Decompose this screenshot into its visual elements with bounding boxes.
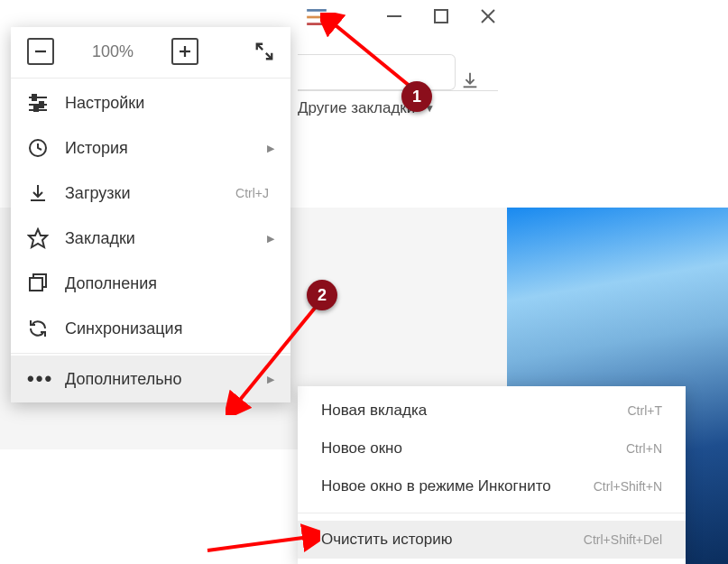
layers-icon [27,273,49,294]
svg-rect-15 [32,95,36,100]
maximize-button[interactable] [430,5,452,27]
clock-icon [27,137,49,159]
svg-marker-23 [29,229,47,247]
clear-history-label: Очистить историю [321,531,452,549]
submenu-item-clear-history[interactable]: Очистить историю Ctrl+Shift+Del [298,521,686,559]
submenu-separator [298,513,686,513]
svg-rect-24 [30,278,42,291]
history-label: История [65,139,274,158]
zoom-out-button[interactable] [27,38,54,65]
new-window-shortcut: Ctrl+N [626,441,662,456]
submenu-item-incognito[interactable]: Новое окно в режиме Инкогнито Ctrl+Shift… [298,467,686,505]
annotation-badge-2: 2 [307,280,337,310]
menu-separator [11,78,290,79]
chevron-right-icon: ▶ [267,143,274,154]
menu-item-addons[interactable]: Дополнения [11,261,290,306]
new-tab-label: Новая вкладка [321,402,427,420]
clear-history-shortcut: Ctrl+Shift+Del [584,532,662,547]
menu-item-history[interactable]: История ▶ [11,125,290,171]
hamburger-menu-icon[interactable] [305,7,328,27]
chevron-right-icon: ▶ [267,233,274,245]
menu-item-bookmarks[interactable]: Закладки ▶ [11,216,290,261]
submenu-item-new-window[interactable]: Новое окно Ctrl+N [298,430,686,467]
menu-separator [11,353,290,354]
zoom-controls: 100% [11,27,290,76]
new-tab-shortcut: Ctrl+T [628,403,663,418]
incognito-label: Новое окно в режиме Инкогнито [321,477,551,495]
more-icon: ••• [27,367,49,391]
chevron-right-icon: ▶ [267,374,274,385]
menu-item-sync[interactable]: Синхронизация [11,306,290,351]
bookmarks-label: Закладки [65,229,274,248]
submenu-panel: Новая вкладка Ctrl+T Новое окно Ctrl+N Н… [298,386,686,564]
addons-label: Дополнения [65,274,274,293]
settings-label: Настройки [65,94,274,113]
svg-rect-17 [40,102,43,107]
download-icon [27,182,49,204]
sync-label: Синхронизация [65,319,274,338]
submenu-item-new-tab[interactable]: Новая вкладка Ctrl+T [298,392,686,430]
svg-rect-4 [435,10,447,23]
address-bar-edge [298,54,456,90]
incognito-shortcut: Ctrl+Shift+N [594,479,662,494]
star-icon [27,227,49,249]
svg-rect-19 [34,106,38,111]
window-controls [383,5,499,27]
menu-item-settings[interactable]: Настройки [11,80,290,125]
menu-item-more[interactable]: ••• Дополнительно ▶ [11,356,290,402]
sliders-icon [27,92,49,114]
page-content-area [0,449,298,564]
downloads-shortcut: Ctrl+J [235,186,269,200]
minimize-button[interactable] [383,5,405,27]
annotation-badge-1: 1 [401,81,432,112]
zoom-in-button[interactable] [171,38,198,65]
fullscreen-button[interactable] [254,42,274,61]
new-window-label: Новое окно [321,439,402,458]
downloads-label: Загрузки [65,184,219,203]
other-bookmarks-label: Другие закладки [298,99,415,117]
main-menu-panel: 100% Настройки История ▶ Загрузки Ctrl+J… [11,27,290,402]
close-button[interactable] [477,5,499,27]
toolbar-divider [298,90,498,91]
zoom-level-value: 100% [83,42,143,61]
sync-icon [27,318,49,339]
more-label: Дополнительно [65,370,274,389]
menu-item-downloads[interactable]: Загрузки Ctrl+J [11,171,290,216]
